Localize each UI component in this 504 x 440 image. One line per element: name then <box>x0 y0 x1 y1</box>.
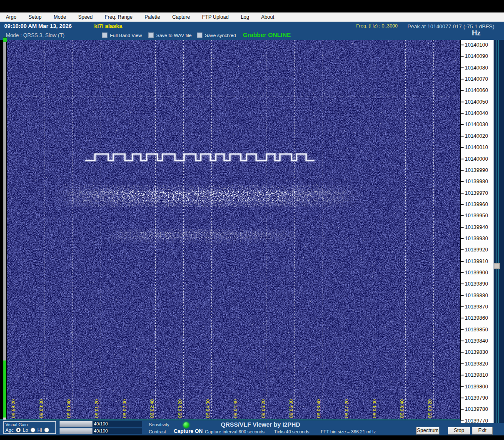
freq-tick-mark <box>461 67 464 68</box>
freq-scale-row: 10139830 <box>461 349 494 355</box>
freq-tick-label: 10139920 <box>465 247 488 253</box>
freq-scale-row: 10140050 <box>461 99 494 105</box>
time-tick-label: 09:02:40 <box>150 399 155 418</box>
checkbox-save-synch-ed[interactable]: Save synch'ed <box>197 32 236 38</box>
spectrogram-bottom-edge <box>0 419 460 420</box>
menu-item-freq-range[interactable]: Freq. Range <box>105 14 132 20</box>
checkbox-box-icon[interactable] <box>102 32 107 38</box>
freq-scale-row: 10140080 <box>461 65 494 71</box>
menu-item-mode[interactable]: Mode <box>54 14 66 20</box>
scrollbar-thumb[interactable] <box>494 263 500 269</box>
freq-scale-row: 10140020 <box>461 133 494 139</box>
visual-gain-group: Visual Gain AgcLoHi <box>3 421 56 434</box>
menu-item-palette[interactable]: Palette <box>145 14 160 20</box>
freq-scale-row: 10140100 <box>461 42 494 48</box>
menu-item-capture[interactable]: Capture <box>172 14 190 20</box>
freq-tick-label: 10139790 <box>465 395 488 401</box>
freq-tick-mark <box>461 181 464 182</box>
freq-tick-label: 10139800 <box>465 384 488 390</box>
time-gridline <box>239 40 239 420</box>
freq-scale-row: 10139860 <box>461 315 494 321</box>
time-gridline <box>128 40 128 420</box>
time-tick-label: 09:01:20 <box>94 399 99 418</box>
freq-scale-row: 10139900 <box>461 270 494 276</box>
menu-item-speed[interactable]: Speed <box>78 14 93 20</box>
freq-tick-label: 10140070 <box>465 76 488 82</box>
time-gridline <box>155 40 156 420</box>
menu-item-log[interactable]: Log <box>241 14 249 20</box>
freq-range-readout: Freq. (Hz) : 0..3000 <box>356 23 398 28</box>
spectrum-button[interactable]: Spectrum <box>416 427 439 435</box>
checkbox-label: Full Band View <box>110 33 142 38</box>
time-gridline <box>294 40 295 420</box>
sensitivity-label: Sensitivity <box>149 422 170 427</box>
freq-tick-mark <box>461 420 464 421</box>
freq-scale-row: 10139780 <box>461 406 494 412</box>
freq-scale-row: 10140060 <box>461 87 494 93</box>
freq-scale-row: 10139810 <box>461 372 494 378</box>
menu-item-ftp-upload[interactable]: FTP Upload <box>202 14 229 20</box>
freq-tick-label: 10139930 <box>465 236 488 241</box>
freq-scale-row: 10139790 <box>461 395 494 401</box>
time-gridline <box>267 40 267 420</box>
freq-tick-label: 10139810 <box>465 372 488 378</box>
radio-hi[interactable] <box>44 428 49 433</box>
freq-tick-mark <box>461 329 464 330</box>
time-tick-label: 09:02:00 <box>122 399 127 418</box>
time-gridline <box>378 40 378 420</box>
freq-scale-row: 10140090 <box>461 53 494 59</box>
time-tick-label: 09:05:20 <box>261 399 266 418</box>
freq-tick-mark <box>461 45 464 45</box>
time-tick-label: 09:06:00 <box>289 399 294 418</box>
waterfall-spectrogram[interactable]: 08:59:2009:00:0009:00:4009:01:2009:02:00… <box>7 40 460 420</box>
menu-item-about[interactable]: About <box>261 14 274 20</box>
freq-scale-row: 10140010 <box>461 144 494 150</box>
contrast-slider[interactable]: 40/100 <box>60 428 142 434</box>
freq-tick-mark <box>461 238 464 239</box>
freq-tick-label: 10139970 <box>465 190 488 196</box>
freq-tick-label: 10139910 <box>465 259 488 264</box>
freq-scale-row: 10139820 <box>461 361 494 367</box>
exit-button[interactable]: Exit <box>472 427 493 435</box>
sensitivity-slider[interactable]: 40/100 <box>60 421 142 427</box>
capture-status: Capture ON <box>174 428 202 434</box>
time-gridline <box>100 40 100 420</box>
time-tick-label: 09:04:00 <box>205 399 210 418</box>
peak-readout: Peak at 10140077.017 (-75.1 dBFS) <box>407 23 494 30</box>
time-tick-label: 09:07:20 <box>344 399 349 418</box>
visual-gain-label: Visual Gain <box>5 422 28 427</box>
checkbox-full-band-view[interactable]: Full Band View <box>102 32 142 38</box>
freq-scale-row: 10139800 <box>461 384 494 390</box>
capture-interval-label: Capture interval 600 seconds <box>205 429 264 434</box>
freq-tick-label: 10139900 <box>465 270 488 276</box>
checkbox-save-to-wav-file[interactable]: Save to WAV file <box>148 32 192 38</box>
freq-tick-mark <box>461 170 464 171</box>
freq-scale-row: 10139870 <box>461 304 494 310</box>
contrast-label: Contrast <box>149 429 166 434</box>
checkbox-box-icon[interactable] <box>148 32 154 38</box>
level-meter-peak-marker <box>3 37 7 42</box>
level-meter-fill <box>3 360 6 418</box>
header-row-2: Mode : QRSS 3, Slow (T) Grabber ONLINE F… <box>0 31 504 40</box>
freq-tick-label: 10140020 <box>465 133 488 139</box>
freq-tick-mark <box>461 249 464 250</box>
stop-button[interactable]: Stop <box>448 427 470 435</box>
freq-tick-label: 10139980 <box>465 179 488 184</box>
checkbox-box-icon[interactable] <box>197 32 202 38</box>
freq-tick-mark <box>461 204 464 205</box>
frequency-scrollbar[interactable] <box>494 40 504 423</box>
freq-scale-row: 10140030 <box>461 122 494 127</box>
freq-tick-label: 10139820 <box>465 361 488 367</box>
freq-tick-label: 10139770 <box>465 418 488 424</box>
menu-item-argo[interactable]: Argo <box>6 14 16 20</box>
radio-label-agc: Agc <box>5 428 14 433</box>
time-tick-label: 09:00:40 <box>66 399 71 418</box>
freq-tick-mark <box>461 124 464 125</box>
menu-item-setup[interactable]: Setup <box>28 14 41 20</box>
radio-agc[interactable] <box>16 428 21 433</box>
time-gridline <box>433 40 434 420</box>
freq-tick-mark <box>461 398 464 398</box>
time-tick-label: 08:59:20 <box>11 399 16 418</box>
radio-label-lo: Lo <box>23 428 28 433</box>
radio-lo[interactable] <box>30 428 35 433</box>
